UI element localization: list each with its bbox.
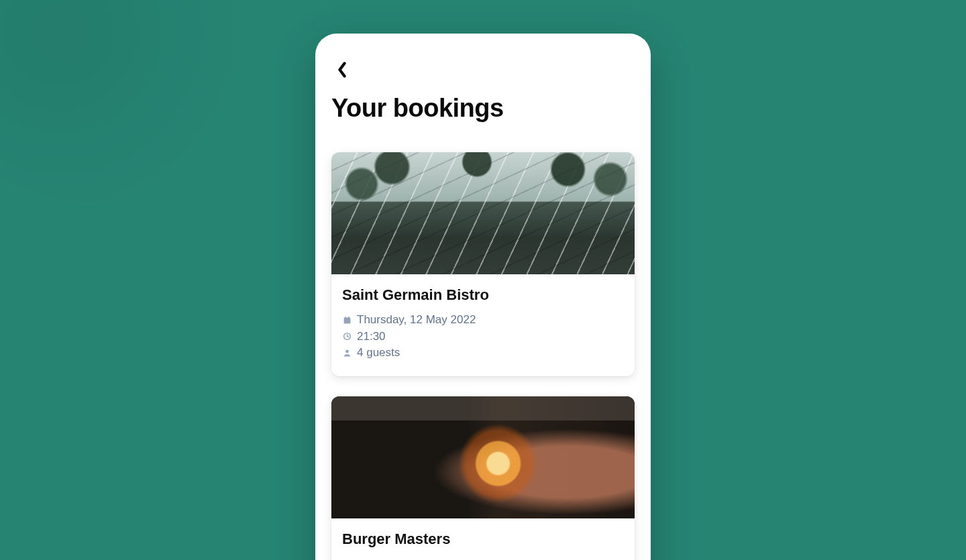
booking-guests: 4 guests bbox=[357, 345, 400, 361]
booking-date: Thursday, 12 May 2022 bbox=[357, 312, 476, 329]
page-title: Your bookings bbox=[331, 94, 635, 123]
booking-card[interactable]: Saint Germain Bistro Thursday, 12 May 20… bbox=[331, 152, 635, 376]
booking-guests-row: 4 guests bbox=[342, 345, 624, 361]
booking-card-body: Burger Masters bbox=[331, 518, 635, 560]
svg-rect-0 bbox=[343, 317, 350, 323]
calendar-icon bbox=[342, 315, 352, 325]
booking-restaurant-name: Saint Germain Bistro bbox=[342, 286, 624, 304]
booking-card-body: Saint Germain Bistro Thursday, 12 May 20… bbox=[331, 274, 635, 376]
booking-time-row: 21:30 bbox=[342, 329, 624, 345]
booking-card[interactable]: Burger Masters bbox=[331, 396, 635, 560]
person-icon bbox=[342, 349, 352, 358]
svg-rect-2 bbox=[348, 317, 350, 318]
booking-time: 21:30 bbox=[357, 329, 386, 345]
booking-restaurant-name: Burger Masters bbox=[342, 530, 624, 548]
booking-date-row: Thursday, 12 May 2022 bbox=[342, 312, 624, 329]
clock-icon bbox=[342, 332, 352, 341]
booking-image bbox=[331, 152, 635, 274]
booking-image bbox=[331, 396, 635, 518]
back-button[interactable] bbox=[331, 60, 353, 82]
chevron-left-icon bbox=[336, 62, 348, 80]
device-frame: Your bookings Saint Germain Bistro Thurs… bbox=[315, 34, 651, 560]
svg-point-4 bbox=[345, 350, 349, 353]
svg-rect-1 bbox=[345, 317, 346, 318]
background-decoration bbox=[0, 0, 268, 201]
